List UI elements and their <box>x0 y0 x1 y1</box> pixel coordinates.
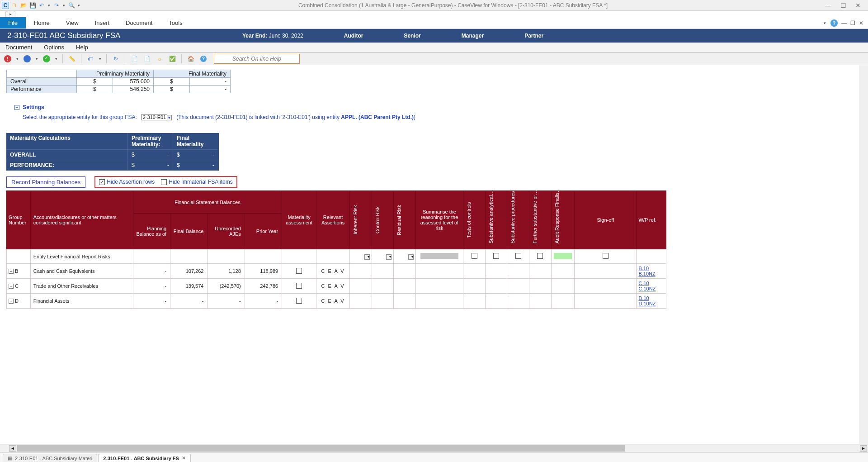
reasoning-input[interactable] <box>420 253 458 259</box>
open-icon[interactable]: 📂 <box>20 2 27 9</box>
doc-tab-active[interactable]: 2-310-FE01 - ABC Subsidiary FS ✕ <box>98 454 191 462</box>
help-icon-toolbar[interactable]: ? <box>198 54 208 64</box>
check-icon[interactable] <box>42 54 52 64</box>
minimize-button[interactable]: ― <box>825 2 831 9</box>
ribbon-options-dropdown[interactable]: ▾ <box>823 21 827 25</box>
sun-icon[interactable]: ☼ <box>155 54 165 64</box>
filter-options-group: Hide Assertion rows Hide immaterial FSA … <box>94 176 237 188</box>
undo-dropdown[interactable]: ▾ <box>47 3 51 8</box>
checkbox[interactable] <box>296 283 302 289</box>
ribbon-home[interactable]: Home <box>26 17 58 29</box>
doc2-icon[interactable]: 📄 <box>142 54 152 64</box>
scrollbar-thumb[interactable] <box>17 445 625 452</box>
checkbox-icon[interactable] <box>161 179 167 185</box>
window-controls: ― ☐ ✕ <box>825 2 866 9</box>
entity-select[interactable]: 2-310-E01 <box>142 114 167 120</box>
wp-link[interactable]: B.10NZ <box>638 271 664 276</box>
table-row: +C Trade and Other Receivables - 139,574… <box>7 279 666 294</box>
submenu-help[interactable]: Help <box>76 44 88 51</box>
search-placeholder: Search On-line Help <box>232 56 281 62</box>
doc-tab[interactable]: ▦ 2-310-E01 - ABC Subsidiary Materi <box>3 454 97 462</box>
new-icon[interactable]: 🗋 <box>11 2 18 9</box>
expand-icon[interactable]: + <box>9 269 14 274</box>
wp-link[interactable]: C.10NZ <box>638 286 664 291</box>
scroll-right-icon[interactable]: ► <box>860 445 867 452</box>
checkbox[interactable] <box>296 268 302 274</box>
wp-link[interactable]: D.10NZ <box>638 301 664 306</box>
checkbox[interactable] <box>296 298 302 304</box>
close-icon[interactable]: ✕ <box>182 455 186 461</box>
th-assertions: Relevant Assertions <box>316 191 350 249</box>
save-icon[interactable]: 💾 <box>29 2 36 9</box>
table-row: OVERALL $- $- <box>6 150 219 160</box>
tag-dropdown[interactable]: ▾ <box>98 57 102 61</box>
doc1-icon[interactable]: 📄 <box>129 54 139 64</box>
ribbon-menu: File Home View Insert Document Tools ▾ ?… <box>0 17 868 29</box>
th-wpref: W/P ref. <box>637 191 666 249</box>
home-icon[interactable]: 🏠 <box>186 54 196 64</box>
dropdown-icon[interactable]: ▾ <box>408 254 414 260</box>
redo-dropdown[interactable]: ▾ <box>62 3 66 8</box>
th-final: Final Balance <box>170 214 208 249</box>
alert-icon[interactable]: ! <box>3 54 13 64</box>
ribbon-right: ▾ ? ― ❐ ✕ <box>823 17 868 29</box>
horizontal-scrollbar[interactable]: ◄ ► <box>0 444 868 452</box>
entity-prompt: Select the appropriate entity for this g… <box>23 114 137 120</box>
collapse-icon[interactable]: − <box>14 105 19 110</box>
dropdown-icon[interactable]: ▾ <box>364 254 370 260</box>
table-row: PERFORMANCE: $- $- <box>6 160 219 171</box>
child-restore-button[interactable]: ❐ <box>850 20 855 26</box>
wp-link[interactable]: B.10 <box>638 266 664 271</box>
chevron-down-icon[interactable]: ▾ <box>167 115 172 120</box>
refresh-icon[interactable]: ↻ <box>111 54 121 64</box>
checkbox[interactable] <box>603 253 609 259</box>
check-dropdown[interactable]: ▾ <box>54 57 58 61</box>
hide-assertions-checkbox[interactable]: Hide Assertion rows <box>99 179 155 185</box>
dropdown-icon[interactable]: ▾ <box>386 254 392 260</box>
table-row: Performance $ 546,250 $ - <box>7 86 231 93</box>
scroll-left-icon[interactable]: ◄ <box>9 445 16 452</box>
close-button[interactable]: ✕ <box>855 2 861 9</box>
expand-icon[interactable]: + <box>9 299 14 304</box>
ribbon-view[interactable]: View <box>58 17 87 29</box>
checkbox-icon[interactable] <box>99 179 105 185</box>
child-minimize-button[interactable]: ― <box>841 20 847 26</box>
submenu-document[interactable]: Document <box>5 44 32 51</box>
child-close-button[interactable]: ✕ <box>859 20 863 26</box>
record-planning-button[interactable]: Record Planning Balances <box>6 176 85 188</box>
checkbox[interactable] <box>493 253 499 259</box>
search-input[interactable]: Search On-line Help <box>214 54 300 64</box>
redo-icon[interactable]: ↷ <box>53 2 60 9</box>
ruler-icon[interactable]: 📏 <box>67 54 77 64</box>
ribbon-document[interactable]: Document <box>118 17 160 29</box>
file-tab[interactable]: File <box>0 17 26 29</box>
checkbox[interactable] <box>472 253 477 259</box>
settings-header[interactable]: − Settings <box>14 104 854 110</box>
wp-link[interactable]: C.10 <box>638 281 664 286</box>
wp-link[interactable]: D.10 <box>638 295 664 301</box>
ribbon-insert[interactable]: Insert <box>87 17 118 29</box>
preview-dropdown[interactable]: ▾ <box>77 3 81 8</box>
role-auditor: Auditor <box>344 33 363 39</box>
mini-tab[interactable]: ▸ <box>5 11 15 17</box>
preview-icon[interactable]: 🔍 <box>68 2 75 9</box>
undo-icon[interactable]: ↶ <box>38 2 45 9</box>
help-icon[interactable]: ? <box>830 19 838 27</box>
submenu-options[interactable]: Options <box>44 44 64 51</box>
maximize-button[interactable]: ☐ <box>840 2 846 9</box>
checkdoc-icon[interactable]: ✅ <box>167 54 177 64</box>
expand-icon[interactable]: + <box>9 284 14 289</box>
checkbox[interactable] <box>515 253 521 259</box>
role-partner: Partner <box>524 33 543 39</box>
globe-dropdown[interactable]: ▾ <box>35 57 39 61</box>
th-inherent-risk: Inherent Risk <box>350 191 372 249</box>
th-planning: Planning Balance as of <box>133 214 170 249</box>
hide-immaterial-checkbox[interactable]: Hide immaterial FSA items <box>161 179 232 185</box>
checkbox[interactable] <box>537 253 543 259</box>
th-audit-response: Audit Response Finalis… <box>551 191 575 249</box>
document-header: 2-310-FE01 ABC Subsidiary FSA Year End: … <box>0 29 868 43</box>
tag-icon[interactable]: 🏷 <box>85 54 95 64</box>
globe-icon[interactable] <box>22 54 32 64</box>
ribbon-tools[interactable]: Tools <box>160 17 190 29</box>
alert-dropdown[interactable]: ▾ <box>15 57 19 61</box>
